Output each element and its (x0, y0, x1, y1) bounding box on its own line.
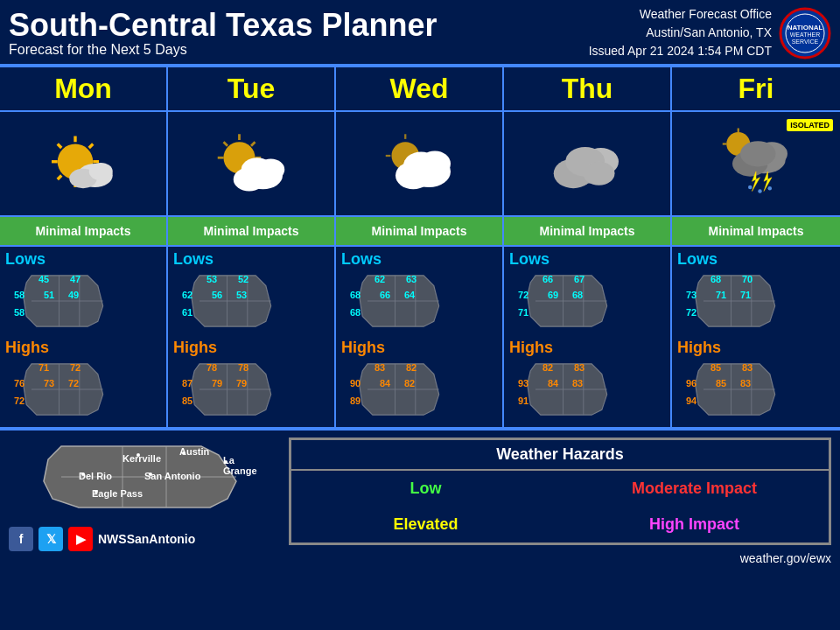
temps-area-tue: Lows 535262565361Highs 787887797985 (168, 247, 334, 427)
day-col-tue: Tue Minimal ImpactsLows 535262565361High… (168, 67, 336, 427)
svg-line-30 (224, 142, 228, 146)
day-label-mon: Mon (0, 67, 166, 112)
low-temp-value: 69 (548, 290, 558, 300)
high-temp-value: 83 (374, 362, 385, 373)
svg-line-10 (58, 144, 62, 149)
temps-area-mon: Lows 454758514958Highs 717276737272 (0, 247, 166, 427)
page-title: South-Central Texas Planner (9, 8, 437, 43)
weather-icon-mon (0, 112, 166, 217)
impact-label-fri: Minimal Impacts (672, 217, 840, 247)
low-temp-value: 51 (44, 290, 54, 300)
high-temp-value: 82 (406, 362, 416, 373)
high-temp-value: 73 (44, 378, 54, 388)
page-subtitle: Forecast for the Next 5 Days (9, 42, 437, 58)
social-handle: NWSSanAntonio (98, 532, 195, 546)
high-temp-value: 87 (182, 378, 192, 388)
low-temp-value: 53 (236, 290, 247, 300)
lows-label-mon: Lows (5, 250, 163, 269)
low-temp-value: 66 (380, 290, 390, 300)
highs-label-tue: Highs (173, 339, 331, 357)
high-temp-value: 89 (350, 396, 360, 406)
high-temp-value: 85 (716, 378, 726, 388)
low-temp-value: 63 (406, 274, 416, 284)
hazards-grid: Low Moderate Impact Elevated High Impact (291, 471, 829, 542)
high-temp-value: 93 (518, 378, 528, 388)
highs-map-fri: 858396858394 (677, 359, 791, 422)
weather-icon-fri: ISOLATED (672, 112, 840, 217)
temps-area-thu: Lows 666772696871Highs 828393848391 (504, 247, 670, 427)
high-temp-value: 90 (350, 378, 360, 388)
header-right: Weather Forecast Office Austin/San Anton… (589, 5, 831, 60)
temps-area-fri: Lows 687073717172Highs 858396858394 (672, 247, 840, 427)
highs-map-mon: 717276737272 (5, 359, 119, 422)
high-temp-value: 82 (404, 378, 415, 388)
high-temp-value: 83 (572, 378, 583, 388)
day-label-wed: Wed (336, 67, 502, 112)
day-label-fri: Fri (672, 67, 840, 112)
lows-map-thu: 666772696871 (509, 270, 623, 333)
low-temp-value: 68 (572, 290, 583, 300)
low-temp-value: 70 (742, 274, 752, 284)
hazard-elevated: Elevated (291, 507, 560, 542)
high-temp-value: 72 (68, 378, 79, 388)
impact-label-tue: Minimal Impacts (168, 217, 334, 247)
weather-icon-tue (168, 112, 334, 217)
weather-icon-thu (504, 112, 670, 217)
high-temp-value: 82 (542, 362, 553, 373)
high-temp-value: 76 (14, 378, 24, 388)
city-label: La Grange (223, 455, 257, 476)
low-temp-value: 68 (710, 274, 721, 284)
isolated-badge: ISOLATED (787, 119, 833, 131)
low-temp-value: 47 (70, 274, 80, 284)
facebook-icon[interactable]: f (9, 527, 33, 551)
low-temp-value: 64 (404, 290, 415, 300)
low-temp-value: 49 (68, 290, 79, 300)
high-temp-value: 83 (742, 362, 752, 373)
svg-point-88 (768, 186, 773, 191)
hazards-title: Weather Hazards (291, 440, 829, 471)
svg-text:NATIONAL: NATIONAL (788, 24, 823, 32)
high-temp-value: 72 (70, 362, 80, 373)
weather-hazards-box: Weather Hazards Low Moderate Impact Elev… (289, 438, 831, 545)
svg-point-83 (740, 141, 776, 166)
low-temp-value: 73 (686, 290, 696, 300)
youtube-icon[interactable]: ▶ (68, 527, 93, 551)
low-temp-value: 52 (238, 274, 248, 284)
twitter-icon[interactable]: 𝕏 (38, 527, 63, 551)
header: South-Central Texas Planner Forecast for… (0, 0, 840, 66)
low-temp-value: 58 (14, 307, 24, 318)
high-temp-value: 96 (686, 378, 696, 388)
day-label-thu: Thu (504, 67, 670, 112)
website-url: weather.gov/ewx (740, 542, 831, 565)
lows-map-fri: 687073717172 (677, 270, 791, 333)
svg-line-12 (89, 144, 94, 149)
low-temp-value: 62 (182, 290, 192, 300)
lows-map-mon: 454758514958 (5, 270, 119, 333)
high-temp-value: 71 (38, 362, 49, 373)
svg-point-53 (403, 152, 439, 180)
city-label: San Antonio (144, 471, 200, 481)
high-temp-value: 94 (686, 396, 696, 406)
svg-line-32 (251, 142, 256, 146)
highs-label-mon: Highs (5, 339, 163, 357)
forecast-grid: Mon Minimal ImpactsLows 454758514958Hig (0, 66, 840, 429)
low-temp-value: 62 (374, 274, 385, 284)
high-temp-value: 83 (574, 362, 584, 373)
svg-point-86 (748, 186, 752, 190)
lows-label-wed: Lows (341, 250, 499, 269)
low-temp-value: 56 (212, 290, 222, 300)
bottom-section: KerrvilleAustinLa GrangeDel RioSan Anton… (0, 429, 840, 573)
low-temp-value: 53 (206, 274, 217, 284)
svg-text:SERVICE: SERVICE (792, 38, 819, 45)
hazard-low: Low (291, 471, 560, 507)
hazard-high: High Impact (560, 507, 829, 542)
city-label: Austin (179, 446, 209, 457)
high-temp-value: 79 (236, 378, 247, 388)
city-label: Kerrville (122, 453, 161, 464)
low-temp-value: 68 (350, 290, 360, 300)
office-info: Weather Forecast Office Austin/San Anton… (589, 5, 772, 60)
weather-icon-wed (336, 112, 502, 217)
impact-label-thu: Minimal Impacts (504, 217, 670, 247)
low-temp-value: 67 (574, 274, 584, 284)
day-col-fri: Fri ISOLATEDMinimal ImpactsLows (672, 67, 840, 427)
